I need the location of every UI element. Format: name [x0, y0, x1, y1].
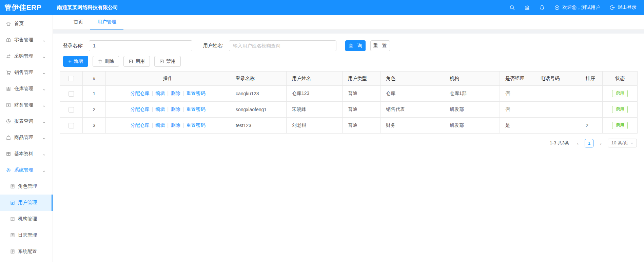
prev-page-button[interactable]: ‹ [573, 139, 582, 147]
sidebar-item-finance[interactable]: 财务管理 [0, 97, 53, 113]
reset-password-link[interactable]: 重置密码 [186, 90, 205, 96]
add-button[interactable]: + 新增 [63, 56, 88, 67]
cell-phone [535, 118, 580, 134]
reset-password-link[interactable]: 重置密码 [186, 106, 205, 112]
user-name-label: 用户姓名: [203, 43, 223, 49]
delete-link[interactable]: 删除 [171, 122, 180, 128]
sidebar-item-label: 首页 [14, 21, 24, 27]
tab-label: 首页 [74, 19, 83, 25]
home-icon [6, 21, 11, 26]
chevron-down-icon [42, 136, 46, 139]
login-name-label: 登录名称: [63, 43, 83, 49]
delete-label: 删除 [104, 58, 114, 64]
logout-button[interactable]: 退出登录 [609, 4, 637, 11]
sidebar-item-reports[interactable]: 报表查询 [0, 113, 53, 129]
cell-org: 研发部 [444, 102, 500, 118]
assign-warehouse-link[interactable]: 分配仓库 [131, 122, 150, 128]
next-page-button[interactable]: › [597, 139, 605, 147]
cell-user-type: 普通 [343, 86, 380, 102]
col-is-manager: 是否经理 [500, 72, 535, 86]
sidebar-item-sales[interactable]: 销售管理 [0, 64, 53, 81]
chevron-down-icon [42, 87, 46, 90]
row-checkbox[interactable] [69, 107, 74, 113]
col-role: 角色 [380, 72, 444, 86]
cell-user-name: 刘老根 [287, 118, 343, 134]
sidebar-item-org-mgmt[interactable]: 机构管理 [0, 211, 53, 227]
edit-link[interactable]: 编辑 [155, 90, 165, 96]
product-bag-icon [6, 135, 11, 140]
warehouse-icon [6, 86, 11, 92]
check-square-icon [129, 59, 133, 64]
add-label: 新增 [74, 58, 83, 64]
edit-link[interactable]: 编辑 [155, 106, 165, 112]
sidebar-item-home[interactable]: 首页 [0, 16, 53, 32]
user-name-input[interactable] [229, 40, 336, 51]
pagination-total: 1-3 共3条 [550, 140, 569, 146]
sidebar-item-label: 基本资料 [14, 151, 33, 157]
user-menu[interactable]: 欢迎您，测试用户 [554, 4, 600, 11]
status-badge: 启用 [612, 106, 628, 113]
col-status: 状态 [603, 72, 638, 86]
gear-icon [6, 167, 11, 173]
cell-is-manager: 否 [500, 102, 535, 118]
sidebar-item-warehouse[interactable]: 仓库管理 [0, 81, 53, 97]
delete-link[interactable]: 删除 [171, 106, 180, 112]
sidebar: 首页 零售管理 采购管理 销售管理 仓库管理 [0, 15, 53, 262]
tab-home[interactable]: 首页 [66, 15, 90, 29]
finance-icon [6, 102, 11, 108]
login-name-input[interactable] [89, 40, 192, 51]
sidebar-item-label: 商品管理 [14, 135, 33, 141]
col-actions: 操作 [106, 72, 230, 86]
reset-button[interactable]: 重 置 [370, 40, 390, 51]
sidebar-item-products[interactable]: 商品管理 [0, 129, 53, 146]
enable-label: 启用 [135, 58, 145, 64]
assign-warehouse-link[interactable]: 分配仓库 [131, 106, 150, 112]
delete-link[interactable]: 删除 [171, 90, 180, 96]
row-checkbox[interactable] [69, 91, 74, 97]
row-checkbox[interactable] [69, 123, 74, 128]
delete-button[interactable]: 删除 [93, 56, 119, 67]
page-number-1[interactable]: 1 [585, 139, 593, 147]
edit-link[interactable]: 编辑 [155, 122, 165, 128]
reset-password-link[interactable]: 重置密码 [186, 122, 205, 128]
retail-icon [6, 37, 11, 43]
status-badge: 启用 [612, 90, 628, 97]
logout-label: 退出登录 [618, 4, 637, 11]
bank-icon[interactable] [524, 5, 530, 11]
cell-index: 1 [83, 86, 106, 102]
bell-icon[interactable] [539, 5, 545, 11]
chevron-down-icon [42, 71, 46, 74]
user-table: # 操作 登录名称 用户姓名 用户类型 角色 机构 是否经理 电话号码 排序 状… [60, 71, 638, 134]
cell-role: 财务 [380, 118, 444, 134]
cell-index: 2 [83, 102, 106, 118]
sidebar-item-retail[interactable]: 零售管理 [0, 32, 53, 48]
sidebar-item-system[interactable]: 系统管理 [0, 162, 53, 178]
sidebar-item-user-mgmt[interactable]: 用户管理 [0, 195, 53, 211]
sidebar-item-basic-data[interactable]: 基本资料 [0, 146, 53, 162]
tab-user-mgmt[interactable]: 用户管理 [90, 15, 123, 29]
enable-button[interactable]: 启用 [123, 56, 150, 67]
close-square-icon [159, 59, 164, 64]
chevron-down-icon [42, 38, 46, 42]
chevron-down-icon [42, 152, 46, 156]
chevron-down-icon [630, 142, 633, 145]
page-size-select[interactable]: 10 条/页 [608, 139, 637, 147]
query-button[interactable]: 查 询 [345, 40, 366, 51]
sidebar-item-purchase[interactable]: 采购管理 [0, 48, 53, 64]
company-name: 南通某某网络科技有限公司 [57, 4, 118, 11]
sidebar-item-log-mgmt[interactable]: 日志管理 [0, 227, 53, 243]
sidebar-item-label: 采购管理 [14, 53, 33, 59]
logout-icon [609, 5, 615, 11]
cell-login-name: cangku123 [230, 86, 287, 102]
cell-sort [580, 86, 603, 102]
cell-sort [580, 102, 603, 118]
select-all-checkbox[interactable] [69, 76, 74, 81]
sidebar-item-sys-config[interactable]: 系统配置 [0, 243, 53, 260]
doc-icon [10, 200, 15, 205]
sidebar-item-label: 仓库管理 [14, 86, 33, 92]
assign-warehouse-link[interactable]: 分配仓库 [131, 90, 150, 96]
sidebar-item-role-mgmt[interactable]: 角色管理 [0, 178, 53, 195]
search-icon[interactable] [509, 5, 515, 11]
disable-button[interactable]: 禁用 [154, 56, 181, 67]
sidebar-item-label: 系统管理 [14, 167, 33, 173]
